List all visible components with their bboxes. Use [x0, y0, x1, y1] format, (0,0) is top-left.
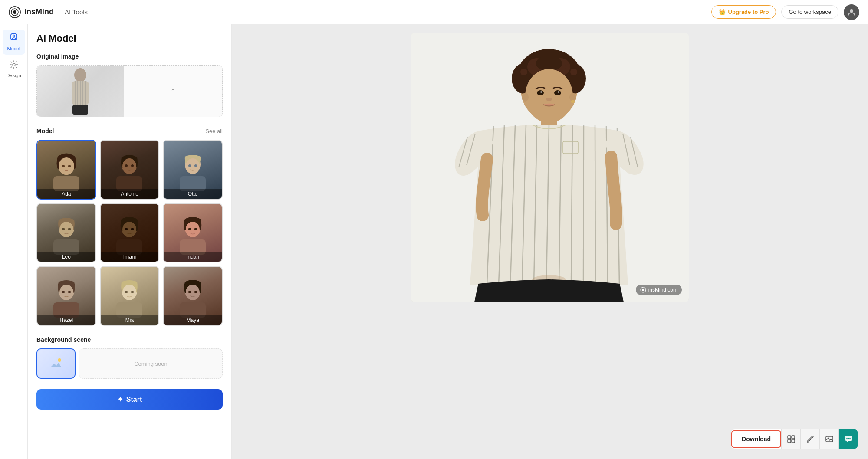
svg-point-35	[122, 222, 136, 237]
svg-point-70	[570, 69, 577, 75]
model-indah-label: Indah	[164, 252, 222, 262]
svg-point-111	[848, 438, 848, 439]
workspace-button[interactable]: Go to workspace	[781, 5, 838, 19]
svg-point-71	[565, 64, 570, 69]
logo: insMind	[9, 6, 54, 18]
left-panel: AI Model Original image	[28, 24, 232, 459]
svg-rect-104	[792, 436, 795, 439]
preview-image-container: insMind.com	[411, 33, 689, 302]
logo-icon	[9, 6, 21, 18]
svg-point-20	[122, 158, 136, 174]
erase-action-button[interactable]	[800, 429, 819, 449]
svg-point-76	[558, 91, 559, 93]
upload-area[interactable]: ↑	[36, 65, 223, 117]
model-card-imani[interactable]: Imani	[100, 203, 160, 263]
svg-point-74	[554, 90, 561, 95]
upload-action[interactable]: ↑	[124, 66, 222, 117]
svg-point-15	[59, 157, 74, 175]
svg-line-91	[595, 125, 595, 285]
upgrade-button[interactable]: 👑 Upgrade to Pro	[711, 5, 776, 19]
model-card-hazel[interactable]: Hazel	[36, 266, 96, 326]
upload-icon[interactable]: ↑	[171, 85, 175, 97]
svg-point-4	[13, 35, 15, 37]
logo-text: insMind	[24, 7, 54, 16]
download-button[interactable]: Download	[731, 430, 781, 448]
svg-point-2	[850, 9, 853, 13]
background-scene-coming-soon: Coming soon	[79, 348, 223, 379]
svg-point-110	[846, 438, 847, 439]
model-antonio-label: Antonio	[101, 189, 159, 199]
svg-rect-107	[826, 436, 833, 442]
svg-point-50	[122, 285, 136, 300]
svg-point-5	[13, 63, 15, 66]
app-name: AI Tools	[65, 8, 88, 16]
model-card-ada[interactable]: Ada	[36, 140, 96, 200]
svg-rect-13	[72, 105, 88, 115]
svg-rect-103	[788, 436, 791, 439]
sidebar-item-model[interactable]: Model	[3, 30, 25, 55]
sidebar-model-label: Model	[7, 46, 20, 51]
model-card-antonio[interactable]: Antonio	[100, 140, 160, 200]
svg-point-80	[571, 100, 575, 103]
avatar[interactable]	[844, 4, 859, 20]
sidebar-design-label: Design	[6, 73, 21, 78]
background-scene-section: Background scene Coming soon	[36, 336, 223, 379]
header-left: insMind AI Tools	[9, 6, 88, 18]
svg-point-57	[194, 291, 197, 293]
svg-point-40	[186, 222, 200, 237]
svg-point-73	[537, 90, 544, 95]
svg-point-45	[59, 285, 73, 300]
background-scene-card-1[interactable]	[36, 348, 76, 379]
svg-point-67	[536, 56, 562, 71]
svg-point-17	[68, 165, 71, 167]
svg-point-72	[525, 69, 573, 123]
svg-rect-100	[478, 284, 620, 302]
svg-point-41	[188, 228, 191, 230]
chat-action-button[interactable]	[838, 429, 858, 449]
upload-preview	[37, 66, 124, 117]
design-icon	[9, 60, 19, 71]
svg-point-36	[125, 228, 128, 230]
svg-line-90	[583, 125, 584, 285]
crown-icon: 👑	[719, 9, 726, 15]
sidebar-item-design[interactable]: Design	[3, 56, 25, 82]
svg-rect-106	[792, 439, 795, 443]
svg-point-16	[62, 165, 65, 167]
model-card-leo[interactable]: Leo	[36, 203, 96, 263]
svg-point-31	[62, 228, 65, 230]
model-card-otto[interactable]: Otto	[163, 140, 223, 200]
model-maya-label: Maya	[164, 315, 222, 325]
svg-point-42	[194, 228, 197, 230]
svg-point-37	[131, 228, 134, 230]
svg-point-102	[642, 289, 644, 291]
svg-point-30	[59, 222, 73, 237]
svg-point-27	[194, 164, 197, 167]
preview-area: insMind.com Download	[232, 24, 868, 459]
model-grid: Ada Antonio	[36, 140, 223, 326]
svg-point-69	[528, 64, 533, 69]
main-layout: Model Design AI Model Original image	[0, 24, 868, 459]
svg-point-22	[131, 164, 134, 167]
grid-action-button[interactable]	[781, 429, 800, 449]
model-card-maya[interactable]: Maya	[163, 266, 223, 326]
svg-point-52	[131, 291, 134, 293]
svg-point-47	[68, 291, 71, 293]
model-card-mia[interactable]: Mia	[100, 266, 160, 326]
image-action-button[interactable]	[819, 429, 838, 449]
preview-image: insMind.com	[411, 33, 689, 302]
svg-point-68	[520, 69, 527, 75]
svg-point-6	[74, 68, 86, 82]
header: insMind AI Tools 👑 Upgrade to Pro Go to …	[0, 0, 868, 24]
icon-sidebar: Model Design	[0, 24, 28, 459]
background-scene-label: Background scene	[36, 336, 223, 343]
panel-title: AI Model	[36, 33, 223, 44]
start-button[interactable]: ✦ Start	[36, 389, 223, 410]
svg-point-55	[186, 285, 200, 300]
svg-point-77	[546, 98, 552, 101]
see-all-link[interactable]: See all	[205, 128, 223, 134]
model-leo-label: Leo	[37, 252, 95, 262]
model-card-indah[interactable]: Indah	[163, 203, 223, 263]
model-hazel-label: Hazel	[37, 315, 95, 325]
svg-point-25	[186, 158, 200, 174]
svg-point-51	[125, 291, 128, 293]
